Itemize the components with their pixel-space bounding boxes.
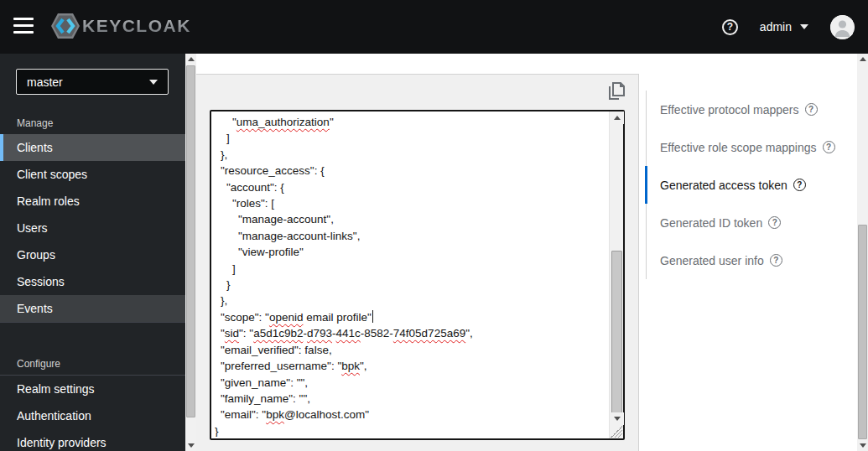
code-line: "manage-account-links",: [215, 228, 607, 244]
token-json-text: "uma_authorization"]},"resource_access":…: [215, 114, 607, 437]
tab-generated-id-token[interactable]: Generated ID token?: [646, 204, 847, 241]
nav-list: ManageClientsClient scopesRealm rolesUse…: [0, 109, 185, 451]
help-icon[interactable]: ?: [722, 19, 738, 35]
username-label: admin: [760, 20, 792, 34]
scroll-up-arrow-icon[interactable]: [857, 54, 868, 65]
misspelled-word: uma_authorization: [236, 116, 330, 128]
misspelled-word: 74f05d725a69: [393, 327, 465, 340]
scroll-up-arrow-icon[interactable]: [610, 111, 624, 124]
scroll-down-arrow-icon[interactable]: [185, 440, 196, 451]
code-line: },: [215, 293, 607, 308]
scroll-down-arrow-icon[interactable]: [857, 440, 868, 451]
sidebar-item-users[interactable]: Users: [0, 215, 185, 241]
code-line: "resource_access": {: [215, 163, 607, 179]
copy-button[interactable]: [605, 80, 628, 101]
misspelled-word: a5d1c9b2: [253, 327, 303, 340]
code-line: "view-profile": [215, 244, 607, 260]
keycloak-logo: KEYCLOAK: [50, 12, 191, 40]
code-line: "family_name": "",: [215, 391, 607, 407]
hamburger-menu-icon[interactable]: [13, 18, 35, 36]
tab-label: Effective role scope mappings: [660, 141, 817, 154]
misspelled-word: bpk: [341, 360, 360, 372]
sidebar-item-realm-roles[interactable]: Realm roles: [0, 188, 185, 215]
code-line: "sid": "a5d1c9b2-d793-441c-8582-74f05d72…: [215, 325, 607, 341]
code-line: "manage-account",: [215, 211, 607, 227]
tab-label: Generated user info: [660, 254, 764, 267]
sidebar-item-sessions[interactable]: Sessions: [0, 268, 185, 295]
tab-label: Generated ID token: [660, 216, 762, 230]
text-cursor: [372, 310, 373, 323]
code-line: "given_name": "",: [215, 375, 607, 391]
tab-effective-role-scope-mappings[interactable]: Effective role scope mappings?: [646, 128, 847, 166]
code-line: "roles": [: [215, 195, 607, 211]
help-icon[interactable]: ?: [770, 254, 782, 267]
tab-generated-access-token[interactable]: Generated access token?: [646, 166, 847, 204]
sidebar-item-authentication[interactable]: Authentication: [0, 402, 185, 429]
code-line: },: [215, 147, 607, 163]
code-line: "account": {: [215, 179, 607, 195]
tab-generated-user-info[interactable]: Generated user info?: [646, 241, 847, 279]
scroll-up-arrow-icon[interactable]: [185, 54, 196, 65]
avatar[interactable]: [830, 15, 855, 39]
sidebar-item-realm-settings[interactable]: Realm settings: [0, 376, 185, 402]
code-line: "uma_authorization": [215, 114, 607, 130]
brand-name: KEYCLOAK: [82, 16, 191, 36]
sidebar-item-client-scopes[interactable]: Client scopes: [0, 161, 185, 188]
user-menu[interactable]: admin: [760, 20, 808, 34]
help-icon[interactable]: ?: [823, 141, 835, 153]
scroll-down-arrow-icon[interactable]: [610, 412, 624, 425]
tab-label: Generated access token: [660, 179, 787, 192]
misspelled-word: 441c: [336, 327, 361, 340]
nav-gap: [0, 323, 185, 350]
realm-selector[interactable]: master: [16, 69, 169, 95]
tab-label: Effective protocol mappers: [660, 103, 799, 117]
help-icon[interactable]: ?: [793, 179, 806, 191]
sidebar-item-groups[interactable]: Groups: [0, 241, 185, 268]
help-icon[interactable]: ?: [768, 216, 781, 229]
textarea-scrollbar[interactable]: [609, 111, 623, 438]
misspelled-word: openid: [269, 311, 304, 324]
sidebar-scrollbar[interactable]: [185, 54, 196, 451]
copy-icon: [609, 82, 625, 100]
nav-section-label-manage: Manage: [0, 109, 185, 134]
user-avatar-icon: [830, 15, 855, 39]
sidebar-nav: master ManageClientsClient scopesRealm r…: [0, 54, 185, 451]
chevron-down-icon: [149, 80, 158, 85]
code-line: "email_verified": false,: [215, 342, 607, 358]
code-line: }: [215, 277, 607, 293]
misspelled-word: sid: [225, 327, 239, 340]
scrollbar-thumb[interactable]: [858, 225, 867, 439]
sidebar-item-events[interactable]: Events: [0, 295, 185, 322]
misspelled-word: d793: [307, 327, 332, 340]
sidebar-item-clients[interactable]: Clients: [0, 134, 185, 161]
page-scrollbar[interactable]: [857, 54, 868, 451]
tab-effective-protocol-mappers[interactable]: Effective protocol mappers?: [646, 91, 847, 128]
top-bar: KEYCLOAK ? admin: [0, 0, 868, 54]
generated-token-panel: "uma_authorization"]},"resource_access":…: [196, 74, 638, 451]
keycloak-logo-icon: [50, 12, 81, 40]
nav-section-label-configure: Configure: [0, 350, 185, 375]
content-header-strip: [196, 54, 868, 74]
code-line: ]: [215, 130, 607, 146]
help-icon[interactable]: ?: [805, 103, 818, 116]
token-textarea[interactable]: "uma_authorization"]},"resource_access":…: [210, 110, 625, 440]
misspelled-word: bpk: [266, 408, 284, 421]
code-line: }: [215, 423, 607, 437]
code-line: "scope": "openid email profile": [215, 309, 607, 325]
resize-grip[interactable]: [611, 426, 622, 438]
keycloak-admin-console: KEYCLOAK ? admin master Manage: [0, 0, 868, 451]
code-line: "email": "bpk@localhost.com": [215, 407, 607, 422]
token-tabs-panel: Effective protocol mappers?Effective rol…: [639, 74, 857, 451]
realm-selector-value: master: [27, 75, 63, 89]
code-line: "preferred_username": "bpk",: [215, 358, 607, 374]
scrollbar-thumb[interactable]: [611, 251, 622, 413]
scrollbar-thumb[interactable]: [186, 65, 195, 417]
chevron-down-icon: [800, 24, 808, 29]
code-line: ]: [215, 261, 607, 277]
vertical-tab-list: Effective protocol mappers?Effective rol…: [646, 91, 847, 279]
sidebar-item-identity-providers[interactable]: Identity providers: [0, 429, 185, 451]
